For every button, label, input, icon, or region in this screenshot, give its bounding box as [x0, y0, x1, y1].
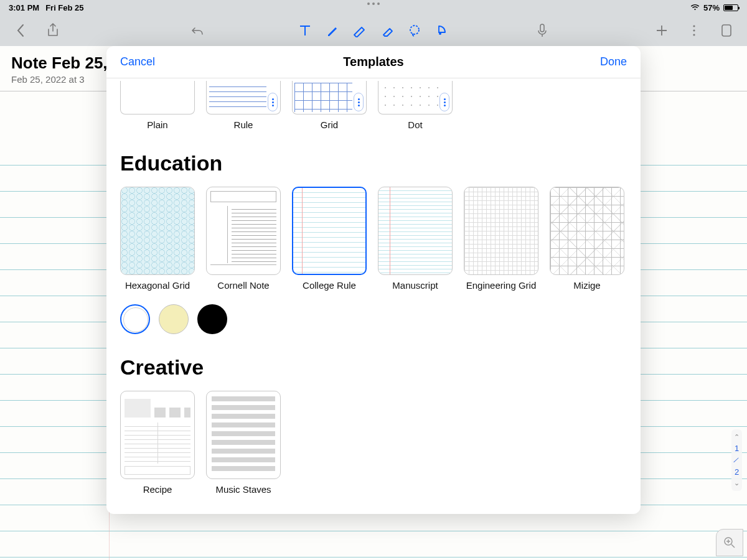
pages-icon[interactable] [718, 22, 735, 39]
modal-title: Templates [343, 55, 403, 69]
highlighter-tool-icon[interactable] [352, 22, 368, 39]
template-mizige[interactable]: Mizige [550, 187, 624, 291]
eraser-tool-icon[interactable] [379, 22, 395, 39]
color-black[interactable] [197, 304, 227, 334]
template-rule[interactable]: Rule [206, 81, 281, 130]
share-icon[interactable] [45, 22, 61, 39]
battery-percent: 57% [703, 3, 720, 12]
creative-templates-row: Recipe Music Staves [120, 391, 627, 495]
color-white[interactable] [120, 304, 150, 334]
section-education-title: Education [120, 151, 627, 175]
undo-button[interactable] [189, 22, 205, 39]
svg-point-3 [693, 25, 695, 27]
templates-modal: Cancel Templates Done Plain Rule Grid Do… [106, 46, 641, 514]
add-button[interactable] [654, 22, 670, 39]
page-current: 1 [735, 444, 739, 453]
color-cream[interactable] [159, 304, 189, 334]
more-icon[interactable] [268, 93, 278, 111]
basic-templates-row: Plain Rule Grid Dot [120, 81, 627, 130]
svg-rect-2 [540, 24, 544, 32]
svg-point-5 [693, 34, 695, 35]
wifi-icon [690, 4, 700, 11]
battery-icon [723, 4, 738, 11]
pen-tool-icon[interactable] [324, 22, 341, 39]
app-toolbar [0, 15, 747, 46]
microphone-icon[interactable] [534, 22, 550, 39]
color-swatches [120, 304, 627, 334]
template-plain[interactable]: Plain [120, 81, 195, 130]
template-hexagonal-grid[interactable]: Hexagonal Grid [120, 187, 195, 291]
text-tool-icon[interactable] [297, 22, 313, 39]
template-cornell-note[interactable]: Cornell Note [206, 187, 281, 291]
svg-point-0 [410, 26, 419, 34]
modal-header: Cancel Templates Done [106, 46, 641, 78]
template-music-staves[interactable]: Music Staves [206, 391, 281, 495]
svg-point-4 [693, 29, 695, 31]
template-grid[interactable]: Grid [292, 81, 367, 130]
education-templates-row: Hexagonal Grid Cornell Note College Rule… [120, 187, 627, 291]
template-dot[interactable]: Dot [378, 81, 453, 130]
section-creative-title: Creative [120, 355, 627, 380]
back-button[interactable] [12, 22, 29, 39]
status-time: 3:01 PM [9, 3, 39, 12]
template-engineering-grid[interactable]: Engineering Grid [464, 187, 538, 291]
svg-point-1 [439, 32, 441, 35]
zoom-button[interactable] [716, 529, 743, 556]
svg-rect-6 [722, 25, 731, 36]
page-indicator[interactable]: ⌃ 1 ⁄ 2 ⌄ [731, 429, 742, 491]
more-icon[interactable] [354, 93, 364, 111]
status-date: Fri Feb 25 [45, 3, 83, 12]
more-menu-icon[interactable] [686, 22, 702, 39]
page-total: 2 [735, 467, 739, 477]
cancel-button[interactable]: Cancel [120, 55, 155, 68]
template-recipe[interactable]: Recipe [120, 391, 195, 495]
template-college-rule[interactable]: College Rule [292, 187, 367, 291]
lasso-tool-icon[interactable] [406, 22, 423, 39]
multitask-dots[interactable] [367, 2, 380, 5]
status-bar: 3:01 PM Fri Feb 25 57% [0, 0, 747, 15]
chevron-up-icon[interactable]: ⌃ [734, 433, 740, 441]
chevron-down-icon[interactable]: ⌄ [734, 479, 740, 487]
more-icon[interactable] [439, 93, 449, 111]
template-manuscript[interactable]: Manuscript [378, 187, 453, 291]
shape-tool-icon[interactable] [434, 22, 450, 39]
modal-body[interactable]: Plain Rule Grid Dot Education Hexagonal … [106, 78, 641, 514]
done-button[interactable]: Done [600, 55, 627, 68]
